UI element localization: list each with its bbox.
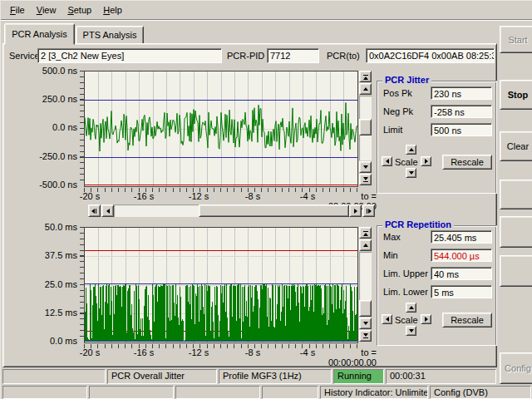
rep-xtick-2: -12 s	[180, 347, 217, 358]
rep-vscroll	[359, 227, 372, 342]
status-measurement: PCR Overall Jitter	[107, 369, 217, 384]
jitter-scale-left-icon[interactable]	[382, 156, 392, 166]
jitter-xtick-0: -20 s	[71, 191, 108, 202]
neg-pk-label: Neg Pk	[383, 106, 413, 116]
jitter-panel-title: PCR Jitter	[382, 75, 431, 85]
neg-pk-field: -258 ns	[431, 105, 492, 118]
rep-scroll-up-icon[interactable]	[359, 239, 372, 251]
rep-scroll-bottom-icon[interactable]	[359, 330, 372, 342]
jitter-ytick-0: 500.0 ns	[21, 66, 77, 76]
rep-vscroll-thumb[interactable]	[359, 300, 372, 317]
pcr-pid-label: PCR-PID	[227, 51, 264, 61]
blank-button-1[interactable]	[500, 180, 532, 209]
jitter-scroll-up-icon[interactable]	[359, 83, 372, 95]
pcr-repetition-groupbox: PCR Repetition Max 25.405 ms Min 544.000…	[377, 225, 497, 346]
config-button[interactable]: Config	[500, 352, 532, 384]
jitter-xtick-3: -8 s	[234, 191, 271, 202]
jitter-xtick-1: -16 s	[126, 191, 162, 202]
jitter-limit-label: Limit	[383, 125, 402, 135]
service-label: Service	[9, 51, 40, 61]
jitter-ytick-1: 250.0 ns	[21, 94, 77, 105]
rep-scale-down-icon[interactable]	[406, 326, 416, 336]
status2-empty-4	[262, 386, 318, 399]
status-elapsed-time: 00:00:31	[386, 369, 496, 384]
jitter-ytick-2: 0.0 ns	[21, 122, 77, 133]
pcr-repetition-plot	[85, 228, 357, 342]
rep-scale-right-icon[interactable]	[421, 314, 431, 324]
pos-pk-label: Pos Pk	[383, 88, 412, 98]
pcr-analysis-window: File View Setup Help PCR Analysis PTS An…	[0, 0, 532, 399]
start-button[interactable]: Start	[500, 26, 532, 53]
menu-view[interactable]: View	[31, 2, 62, 17]
jitter-vscroll-thumb[interactable]	[359, 119, 372, 135]
pos-pk-field: 230 ns	[431, 86, 492, 100]
time-hscrollbar	[88, 204, 375, 217]
rep-ytick-2: 25.0 ms	[21, 279, 77, 290]
jitter-limit-field[interactable]: 500 ns	[431, 123, 492, 136]
rep-rescale-button[interactable]: Rescale	[442, 313, 492, 328]
rep-scroll-down-icon[interactable]	[359, 318, 372, 329]
menu-help[interactable]: Help	[97, 2, 128, 17]
hscroll-right-icon[interactable]	[349, 204, 362, 217]
pcr-jitter-plot	[85, 71, 357, 186]
lim-upper-field[interactable]: 40 ms	[431, 267, 492, 280]
repetition-panel-title: PCR Repetition	[382, 219, 454, 229]
status2-empty-1	[2, 386, 87, 399]
status-running: Running	[333, 369, 384, 384]
rep-scroll-top-icon[interactable]	[359, 227, 372, 239]
rep-scale-left-icon[interactable]	[382, 314, 392, 324]
status-panel-empty-1	[2, 369, 106, 384]
min-label: Min	[383, 250, 398, 260]
pcr-jitter-chart	[84, 71, 358, 187]
jitter-ytick-4: -500.0 ns	[21, 180, 77, 190]
min-field: 544.000 µs	[431, 249, 492, 262]
rep-ytick-4: 0.0 ms	[21, 336, 77, 347]
menu-file[interactable]: File	[4, 2, 31, 17]
menu-divider-highlight	[1, 20, 532, 21]
menu-setup[interactable]: Setup	[62, 2, 97, 17]
menu-bar: File View Setup Help	[1, 1, 532, 19]
max-label: Max	[383, 232, 401, 242]
pcr-pid-field[interactable]: 7712	[267, 48, 319, 63]
jitter-vscroll	[359, 71, 372, 185]
blank-button-2[interactable]	[500, 216, 532, 248]
hscroll-thumb[interactable]	[199, 204, 349, 217]
blank-button-3[interactable]	[500, 255, 532, 287]
jitter-rescale-button[interactable]: Rescale	[442, 155, 492, 170]
service-field[interactable]: 2 [3_Ch2 New Eyes]	[37, 48, 222, 63]
status2-empty-3	[175, 386, 260, 399]
tab-pts-analysis[interactable]: PTS Analysis	[76, 26, 144, 44]
rep-ytick-0: 50.0 ms	[21, 222, 77, 233]
rep-xtick-3: -8 s	[234, 347, 271, 358]
tab-pcr-analysis[interactable]: PCR Analysis	[4, 23, 75, 45]
pcr-repetition-chart	[84, 227, 358, 343]
hscroll-far-left-icon[interactable]	[88, 204, 101, 217]
rep-ytick-1: 37.5 ms	[21, 250, 77, 261]
jitter-scroll-down-icon[interactable]	[359, 161, 372, 173]
rep-xtick-1: -16 s	[126, 347, 162, 358]
hscroll-left-icon[interactable]	[101, 204, 114, 217]
jitter-scale-down-icon[interactable]	[406, 168, 416, 178]
status-history-indicator: History Indicator: Unlimited	[320, 386, 428, 399]
status-config-mode: Config (DVB)	[430, 386, 531, 399]
rep-x-end-label: to = 00:00:00.00	[317, 347, 377, 367]
rep-xtick-0: -20 s	[71, 347, 108, 358]
jitter-scale-up-icon[interactable]	[406, 145, 416, 155]
stop-button[interactable]: Stop	[500, 80, 532, 110]
jitter-scale-right-icon[interactable]	[421, 156, 431, 166]
jitter-scale-label: Scale	[395, 157, 418, 167]
rep-ytick-3: 12.5 ms	[21, 308, 77, 318]
jitter-scroll-top-icon[interactable]	[359, 71, 372, 82]
status2-empty-2	[89, 386, 174, 399]
max-field: 25.405 ms	[431, 230, 492, 244]
lim-upper-label: Lim. Upper	[383, 268, 428, 278]
lim-lower-label: Lim. Lower	[383, 287, 428, 297]
pcr-to-field: 0x0A2C16DF4 0x00AB 08:25:3	[366, 48, 495, 63]
jitter-scroll-bottom-icon[interactable]	[359, 174, 372, 185]
clear-button[interactable]: Clear	[500, 131, 532, 161]
lim-lower-field[interactable]: 5 ms	[431, 285, 492, 298]
status-profile: Profile MGF3 (1Hz)	[219, 369, 332, 384]
pcr-jitter-groupbox: PCR Jitter Pos Pk 230 ns Neg Pk -258 ns …	[377, 81, 497, 194]
rep-scale-up-icon[interactable]	[406, 303, 416, 313]
hscroll-far-right-icon[interactable]	[362, 204, 375, 217]
